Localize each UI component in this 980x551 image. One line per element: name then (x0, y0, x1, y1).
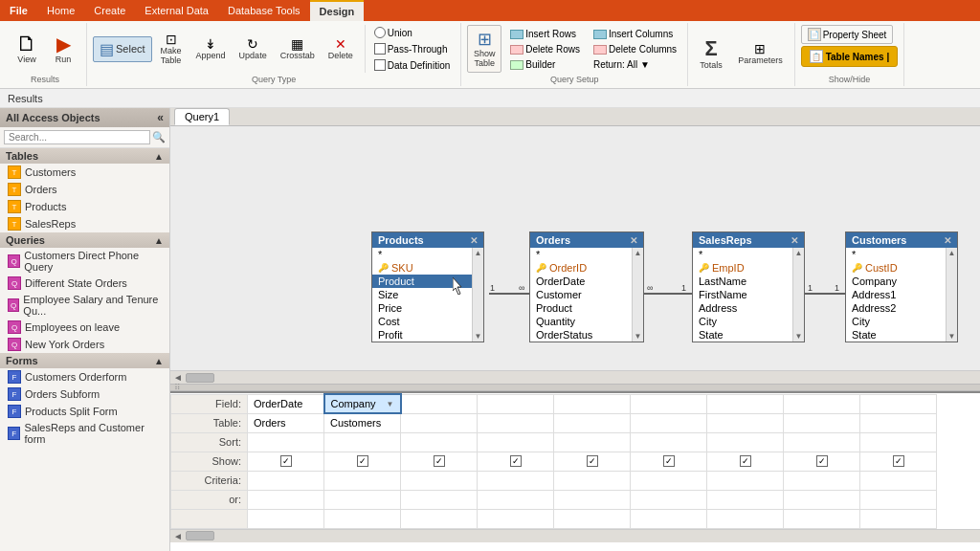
grid-cell-table-7[interactable] (784, 413, 860, 432)
run-button[interactable]: ▶ Run (46, 29, 80, 69)
grid-cell-show-4[interactable] (554, 452, 631, 471)
grid-cell-table-6[interactable] (707, 413, 784, 432)
data-definition-button[interactable]: Data Definition (369, 57, 456, 73)
products-close-icon[interactable]: ✕ (470, 235, 478, 246)
pass-through-button[interactable]: Pass-Through (369, 41, 456, 56)
grid-cell-table-1[interactable]: Customers (324, 413, 401, 432)
salesreps-field-star[interactable]: * (693, 248, 792, 261)
forms-section-header[interactable]: Forms ▲ (0, 353, 169, 368)
show-checkbox-7[interactable] (816, 455, 828, 467)
menu-create[interactable]: Create (84, 0, 135, 21)
menu-database-tools[interactable]: Database Tools (218, 0, 310, 21)
grid-cell-or-5[interactable] (631, 490, 707, 509)
return-button[interactable]: Return: All ▼ (589, 57, 681, 72)
products-field-price[interactable]: Price (372, 301, 472, 315)
products-field-star[interactable]: * (372, 248, 472, 261)
customers-field-company[interactable]: Company (846, 275, 946, 288)
customers-scrollbar[interactable]: ▲ ▼ (946, 248, 957, 342)
insert-rows-button[interactable]: Insert Rows (505, 27, 585, 41)
show-checkbox-6[interactable] (740, 455, 751, 467)
grid-cell-or-3[interactable] (478, 490, 554, 509)
grid-cell-or-0[interactable] (248, 490, 324, 509)
grid-cell-table-0[interactable]: Orders (248, 413, 324, 432)
orders-field-star[interactable]: * (530, 248, 632, 261)
grid-scroll-left-btn[interactable]: ◄ (170, 530, 186, 541)
grid-cell-show-3[interactable] (478, 452, 554, 471)
query1-tab[interactable]: Query1 (174, 108, 230, 125)
salesreps-field-state[interactable]: State (693, 328, 792, 342)
grid-cell-field-6[interactable] (707, 394, 784, 413)
grid-cell-or-6[interactable] (707, 490, 784, 509)
grid-cell-show-5[interactable] (631, 452, 707, 471)
grid-cell-or-1[interactable] (324, 490, 401, 509)
view-button[interactable]: 🗋 View (10, 29, 44, 69)
grid-cell-criteria-5[interactable] (631, 471, 707, 490)
grid-cell-or-2[interactable] (401, 490, 478, 509)
orders-scrollbar[interactable]: ▲ ▼ (632, 248, 643, 342)
queries-section-header[interactable]: Queries ▲ (0, 232, 169, 248)
customers-field-star[interactable]: * (846, 248, 946, 261)
append-button[interactable]: ↡ Append (190, 33, 232, 65)
table-names-button[interactable]: 📋 Table Names | (801, 46, 899, 67)
grid-cell-table-2[interactable] (401, 413, 478, 432)
products-field-cost[interactable]: Cost (372, 315, 472, 328)
nav-item-products-split-form[interactable]: F Products Split Form (0, 403, 169, 420)
grid-cell-criteria-7[interactable] (784, 471, 860, 490)
nav-item-orders[interactable]: T Orders (0, 181, 169, 198)
salesreps-field-city[interactable]: City (693, 315, 792, 328)
grid-cell-sort-8[interactable] (860, 432, 937, 452)
grid-cell-criteria-1[interactable] (324, 471, 401, 490)
make-table-button[interactable]: ⊡ MakeTable (154, 28, 189, 70)
customers-field-state[interactable]: State (846, 328, 946, 342)
grid-cell-table-4[interactable] (554, 413, 631, 432)
grid-cell-criteria-3[interactable] (478, 471, 554, 490)
grid-cell-empty-6[interactable] (707, 509, 784, 528)
grid-cell-show-7[interactable] (784, 452, 860, 471)
products-table-box[interactable]: Products ✕ * 🔑SKU Product Size Price Cos… (371, 231, 484, 342)
salesreps-field-address[interactable]: Address (693, 301, 792, 315)
delete-columns-button[interactable]: Delete Columns (589, 42, 681, 56)
nav-item-salesreps[interactable]: T SalesReps (0, 215, 169, 232)
customers-field-city[interactable]: City (846, 315, 946, 328)
salesreps-field-firstname[interactable]: FirstName (693, 288, 792, 301)
show-checkbox-5[interactable] (663, 455, 675, 467)
property-sheet-button[interactable]: 📄 Property Sheet (801, 25, 894, 44)
grid-cell-sort-5[interactable] (631, 432, 707, 452)
tables-section-header[interactable]: Tables ▲ (0, 148, 169, 164)
customers-close-icon[interactable]: ✕ (944, 235, 951, 246)
salesreps-close-icon[interactable]: ✕ (791, 235, 798, 246)
delete-button[interactable]: ✕ Delete (323, 33, 359, 65)
orders-field-quantity[interactable]: Quantity (530, 315, 632, 328)
grid-cell-field-8[interactable] (860, 394, 937, 413)
grid-cell-empty-4[interactable] (554, 509, 631, 528)
grid-cell-criteria-6[interactable] (707, 471, 784, 490)
show-checkbox-3[interactable] (510, 455, 522, 467)
nav-item-employees-on-leave[interactable]: Q Employees on leave (0, 319, 169, 336)
grid-cell-show-1[interactable] (324, 452, 401, 471)
show-checkbox-0[interactable] (280, 455, 292, 467)
nav-collapse-icon[interactable]: « (157, 111, 164, 124)
products-field-profit[interactable]: Profit (372, 328, 472, 342)
products-scrollbar[interactable]: ▲ ▼ (472, 248, 483, 342)
grid-cell-criteria-4[interactable] (554, 471, 631, 490)
grid-cell-field-0[interactable]: OrderDate (248, 394, 324, 413)
grid-cell-sort-2[interactable] (401, 432, 478, 452)
orders-table-box[interactable]: Orders ✕ * 🔑OrderID OrderDate Customer P… (529, 231, 644, 342)
menu-file[interactable]: File (0, 0, 37, 21)
grid-cell-sort-7[interactable] (784, 432, 860, 452)
nav-item-orders-subform[interactable]: F Orders Subform (0, 386, 169, 403)
field-1-dropdown-icon[interactable]: ▼ (387, 400, 394, 408)
show-checkbox-8[interactable] (893, 455, 904, 467)
grid-cell-field-4[interactable] (554, 394, 631, 413)
grid-cell-field-5[interactable] (631, 394, 707, 413)
grid-cell-sort-0[interactable] (248, 432, 324, 452)
nav-item-customers-phone-query[interactable]: Q Customers Direct Phone Query (0, 248, 169, 275)
grid-cell-empty-0[interactable] (248, 509, 324, 528)
grid-cell-empty-1[interactable] (324, 509, 401, 528)
grid-cell-show-0[interactable] (248, 452, 324, 471)
salesreps-field-empid[interactable]: 🔑EmpID (693, 261, 792, 275)
grid-scroll-thumb[interactable] (186, 531, 214, 540)
scroll-left-btn[interactable]: ◄ (170, 372, 186, 384)
grid-cell-empty-8[interactable] (860, 509, 937, 528)
customers-field-address1[interactable]: Address1 (846, 288, 946, 301)
